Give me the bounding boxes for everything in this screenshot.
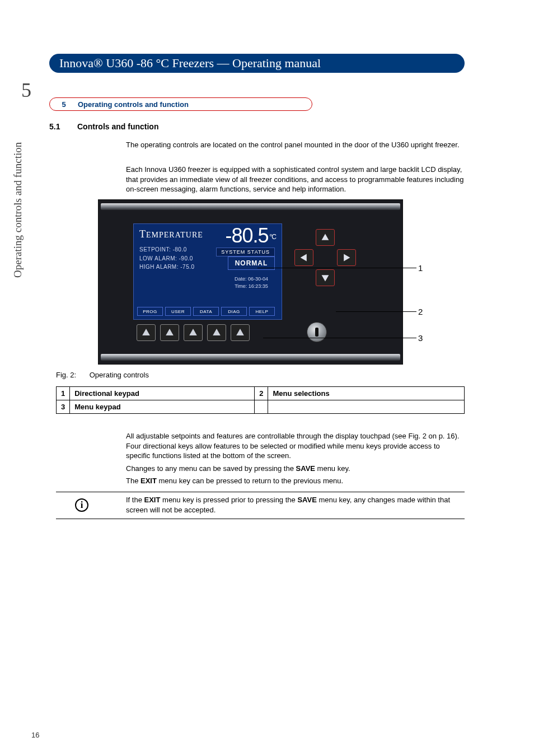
legend-val-2: Menu selections	[268, 387, 465, 400]
dpad-down-button[interactable]	[316, 269, 335, 286]
lcd-temperature-label: TEMPERATURE	[139, 228, 203, 240]
svg-marker-3	[344, 254, 350, 262]
subsection-number: 5.1	[49, 122, 64, 131]
dpad-up-button[interactable]	[316, 229, 335, 246]
menu-key-1[interactable]	[137, 324, 156, 341]
section-label: Operating controls and function	[78, 100, 189, 109]
arrow-up-icon	[189, 329, 197, 337]
panel-bezel: TEMPERATURE -80.5°C SETPOINT: -80.0 LOW …	[98, 199, 403, 365]
svg-marker-5	[166, 329, 172, 335]
figure-caption-text: Operating controls	[90, 371, 149, 379]
menu-tab-diag[interactable]: DIAG	[221, 307, 247, 316]
p4-a: Changes to any menu can be saved by pres…	[126, 464, 296, 473]
note-rule-top	[56, 492, 465, 492]
subsection-heading: 5.1 Controls and function	[49, 122, 158, 131]
key-lock[interactable]	[307, 322, 327, 342]
dpad-left-button[interactable]	[294, 249, 313, 266]
lcd-high-alarm: HIGH ALARM: -75.0	[139, 263, 195, 272]
subsection-label: Controls and function	[77, 122, 158, 131]
bezel-highlight-bottom	[101, 354, 400, 361]
note-rule-bottom	[56, 519, 465, 519]
legend-val-1: Directional keypad	[70, 387, 255, 400]
menu-tab-data[interactable]: DATA	[193, 307, 219, 316]
figure-caption: Fig. 2: Operating controls	[56, 371, 149, 379]
note-c: menu key is pressed prior to pressing th…	[160, 496, 297, 504]
menu-key-3[interactable]	[184, 324, 203, 341]
info-icon: i	[75, 498, 88, 512]
p4-c: menu key.	[315, 464, 350, 473]
lcd-temperature-value: -80.5°C	[225, 224, 276, 248]
section-number: 5	[50, 100, 78, 109]
table-row: 1 Directional keypad 2 Menu selections	[57, 387, 465, 400]
bezel-highlight-top	[101, 203, 400, 210]
callout-3: 3	[418, 333, 423, 343]
p5-c: menu key can be pressed to return to the…	[157, 477, 343, 485]
menu-key-5[interactable]	[231, 324, 250, 341]
lcd-menu-tabs: PROG USER DATA DIAG HELP	[137, 307, 275, 316]
lcd-datetime: Date: 06-30-04 Time: 16:23:35	[228, 276, 275, 290]
arrow-up-icon	[166, 329, 174, 337]
svg-marker-8	[237, 329, 243, 335]
legend-key-1: 1	[57, 387, 70, 400]
section-heading: 5 Operating controls and function	[49, 97, 312, 111]
legend-table: 1 Directional keypad 2 Menu selections 3…	[56, 386, 465, 414]
arrow-up-icon	[142, 329, 150, 337]
menu-key-4[interactable]	[207, 324, 226, 341]
svg-marker-0	[322, 234, 329, 240]
callout-2-line	[336, 311, 416, 312]
lcd-low-alarm: LOW ALARM: -90.0	[139, 254, 195, 263]
lcd-temp-number: -80.5	[225, 224, 268, 247]
lcd-temp-unit: °C	[270, 233, 276, 241]
svg-marker-7	[213, 329, 219, 335]
menu-key-2[interactable]	[160, 324, 179, 341]
legend-val-3: Menu keypad	[70, 400, 255, 414]
arrow-up-icon	[321, 233, 330, 242]
svg-marker-4	[143, 329, 149, 335]
legend-key-3: 3	[57, 400, 70, 414]
svg-marker-2	[301, 254, 307, 262]
lcd-setpoints: SETPOINT: -80.0 LOW ALARM: -90.0 HIGH AL…	[139, 245, 195, 272]
page-number: 16	[31, 731, 39, 739]
lcd-status-label: SYSTEM STATUS	[216, 248, 275, 256]
lcd-date: Date: 06-30-04	[228, 276, 275, 283]
paragraph-5: The EXIT menu key can be pressed to retu…	[126, 476, 465, 486]
menu-tab-help[interactable]: HELP	[249, 307, 275, 316]
page-title: Innova® U360 -86 °C Freezers — Operating…	[59, 56, 321, 71]
table-row: 3 Menu keypad	[57, 400, 465, 414]
callout-2: 2	[418, 307, 423, 316]
paragraph-1: The operating controls are located on th…	[126, 140, 465, 150]
arrow-down-icon	[321, 273, 330, 282]
svg-marker-1	[322, 275, 329, 281]
arrow-right-icon	[342, 253, 351, 262]
figure-number: Fig. 2:	[56, 371, 76, 379]
paragraph-4: Changes to any menu can be saved by pres…	[126, 464, 465, 474]
note-exit: EXIT	[144, 496, 161, 504]
control-panel-figure: TEMPERATURE -80.5°C SETPOINT: -80.0 LOW …	[98, 199, 403, 365]
menu-tab-user[interactable]: USER	[165, 307, 191, 316]
side-caption: Operating controls and function	[12, 142, 24, 278]
p4-save: SAVE	[296, 464, 315, 473]
legend-key-2: 2	[255, 387, 268, 400]
menu-tab-prog[interactable]: PROG	[137, 307, 163, 316]
dpad-right-button[interactable]	[337, 249, 356, 266]
lcd-setpoint: SETPOINT: -80.0	[139, 245, 195, 254]
note-save: SAVE	[297, 496, 316, 504]
arrow-up-icon	[213, 329, 221, 337]
p5-exit: EXIT	[140, 477, 157, 485]
note-a: If the	[126, 496, 144, 504]
lcd-temp-label-cap: T	[139, 228, 146, 240]
arrow-up-icon	[236, 329, 244, 337]
paragraph-3: All adjustable setpoints and features ar…	[126, 431, 465, 461]
directional-keypad	[294, 229, 356, 291]
menu-keypad	[137, 324, 250, 341]
svg-marker-6	[190, 329, 196, 335]
legend-empty-v	[268, 400, 465, 414]
callout-3-line	[263, 338, 416, 338]
chapter-number: 5	[21, 78, 31, 102]
note-text: If the EXIT menu key is pressed prior to…	[126, 495, 465, 515]
lcd-time: Time: 16:23:35	[228, 283, 275, 290]
p5-a: The	[126, 477, 140, 485]
legend-empty-k	[255, 400, 268, 414]
paragraph-2: Each Innova U360 freezer is equipped wit…	[126, 165, 465, 194]
callout-1: 1	[418, 263, 423, 273]
